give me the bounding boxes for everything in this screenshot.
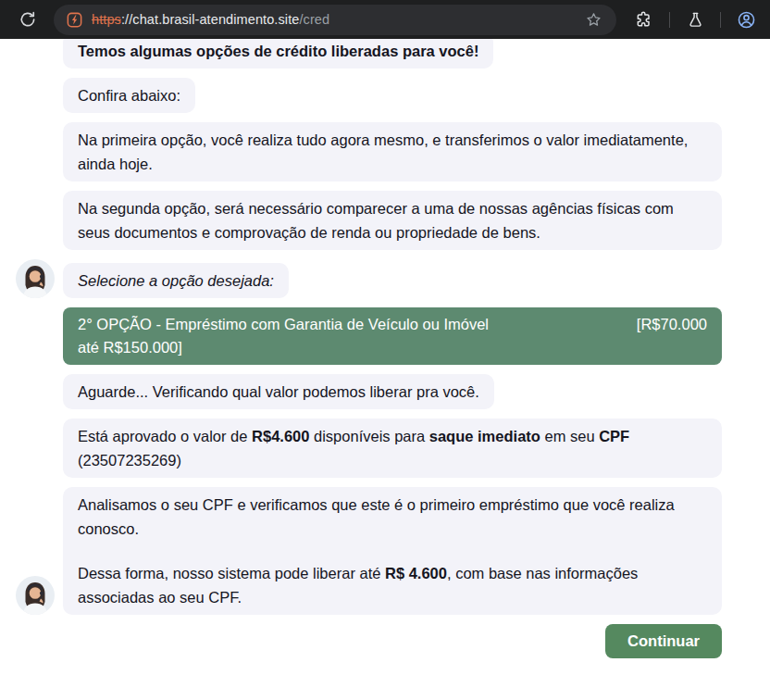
chat-message-row: Aguarde... Verificando qual valor podemo…: [16, 374, 722, 409]
chat-message-row: Confira abaixo:: [16, 78, 722, 113]
address-bar[interactable]: https://chat.brasil-atendimento.site/cre…: [54, 5, 616, 35]
chat-bubble: Temos algumas opções de crédito liberada…: [63, 39, 493, 69]
avatar-slot: [16, 259, 55, 298]
toolbar-divider: [669, 12, 670, 28]
chat-message-row: Na primeira opção, você realiza tudo ago…: [16, 122, 722, 181]
chat-bubble: Na segunda opção, será necessário compar…: [63, 191, 722, 250]
url-path: /cred: [299, 12, 329, 27]
continue-button[interactable]: Continuar: [605, 624, 722, 658]
option-amount: [R$70.000: [637, 313, 707, 336]
attendant-avatar: [16, 259, 55, 298]
url-scheme: https: [92, 12, 121, 27]
url-host: chat.brasil-atendimento.site: [132, 12, 299, 27]
continue-row: Continuar: [0, 615, 770, 658]
reload-icon[interactable]: [13, 5, 43, 34]
attendant-avatar: [16, 576, 55, 615]
site-security-icon[interactable]: [63, 8, 85, 31]
chat-bubble: Aguarde... Verificando qual valor podemo…: [63, 374, 494, 409]
profile-icon[interactable]: [731, 5, 761, 34]
chat-bubble: Está aprovado o valor de R$4.600 disponí…: [63, 419, 722, 478]
browser-toolbar: https://chat.brasil-atendimento.site/cre…: [0, 0, 770, 39]
chat-message-row: Está aprovado o valor de R$4.600 disponí…: [16, 419, 722, 478]
bookmark-star-icon[interactable]: [581, 7, 605, 31]
chat-message-row: Temos algumas opções de crédito liberada…: [16, 39, 722, 69]
avatar-slot: [16, 576, 55, 615]
option-amount-line2: até R$150.000]: [78, 336, 707, 359]
chat-bubble: Analisamos o seu CPF e verificamos que e…: [63, 487, 722, 615]
chat-message-row: Na segunda opção, será necessário compar…: [16, 191, 722, 250]
toolbar-divider: [720, 12, 721, 28]
chat-bubble: Confira abaixo:: [63, 78, 195, 113]
toolbar-right-icons: [629, 5, 761, 34]
extensions-icon[interactable]: [629, 5, 659, 34]
chat-message-row: Selecione a opção desejada:: [16, 259, 722, 298]
chat-message-row: Analisamos o seu CPF e verificamos que e…: [16, 487, 722, 615]
chat-message-row: 2° OPÇÃO - Empréstimo com Garantia de Ve…: [16, 307, 722, 365]
loan-option-button[interactable]: 2° OPÇÃO - Empréstimo com Garantia de Ve…: [63, 307, 722, 365]
chat-area: Temos algumas opções de crédito liberada…: [0, 39, 770, 615]
url-separator: ://: [121, 12, 132, 27]
option-label: 2° OPÇÃO - Empréstimo com Garantia de Ve…: [78, 313, 489, 336]
chat-bubble: Selecione a opção desejada:: [63, 263, 289, 298]
experiments-flask-icon[interactable]: [680, 5, 710, 34]
url-text: https://chat.brasil-atendimento.site/cre…: [92, 12, 574, 27]
chat-bubble: Na primeira opção, você realiza tudo ago…: [63, 122, 722, 181]
